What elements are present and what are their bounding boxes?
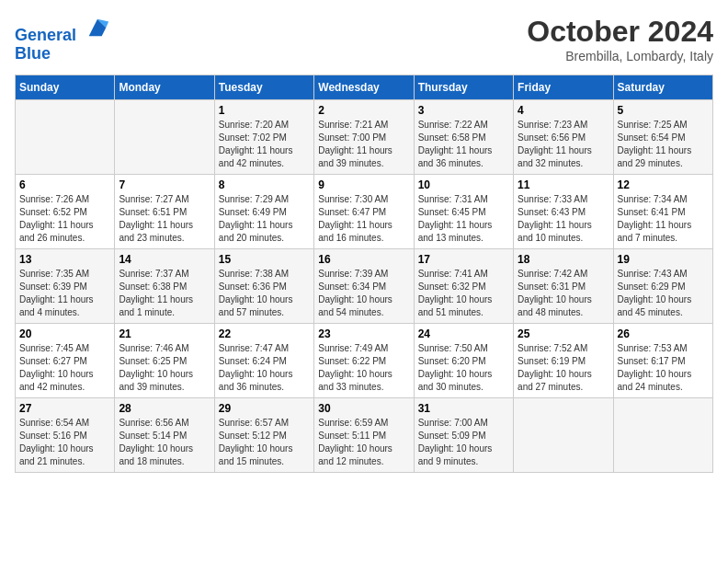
day-number: 3 <box>418 104 509 117</box>
calendar-cell: 29Sunrise: 6:57 AM Sunset: 5:12 PM Dayli… <box>214 398 313 473</box>
day-detail: Sunrise: 7:47 AM Sunset: 6:24 PM Dayligh… <box>219 342 310 394</box>
week-row-2: 6Sunrise: 7:26 AM Sunset: 6:52 PM Daylig… <box>16 175 713 249</box>
day-detail: Sunrise: 7:26 AM Sunset: 6:52 PM Dayligh… <box>19 193 110 245</box>
calendar-cell: 7Sunrise: 7:27 AM Sunset: 6:51 PM Daylig… <box>115 175 214 249</box>
day-number: 15 <box>219 253 310 266</box>
day-number: 16 <box>318 253 409 266</box>
calendar-cell: 14Sunrise: 7:37 AM Sunset: 6:38 PM Dayli… <box>115 249 214 324</box>
calendar-cell: 6Sunrise: 7:26 AM Sunset: 6:52 PM Daylig… <box>16 175 115 249</box>
day-detail: Sunrise: 7:29 AM Sunset: 6:49 PM Dayligh… <box>219 193 310 245</box>
title-block: October 2024 Brembilla, Lombardy, Italy <box>527 15 713 63</box>
day-detail: Sunrise: 6:54 AM Sunset: 5:16 PM Dayligh… <box>19 417 110 468</box>
day-number: 19 <box>618 253 709 266</box>
day-detail: Sunrise: 7:43 AM Sunset: 6:29 PM Dayligh… <box>618 268 709 319</box>
logo-text: General <box>15 15 110 45</box>
day-number: 2 <box>318 104 409 117</box>
day-header-friday: Friday <box>514 75 613 100</box>
day-header-monday: Monday <box>115 75 214 100</box>
day-detail: Sunrise: 7:34 AM Sunset: 6:41 PM Dayligh… <box>618 193 709 245</box>
day-detail: Sunrise: 7:52 AM Sunset: 6:19 PM Dayligh… <box>518 342 609 394</box>
day-number: 22 <box>219 327 310 340</box>
day-detail: Sunrise: 7:50 AM Sunset: 6:20 PM Dayligh… <box>418 342 509 394</box>
day-number: 31 <box>418 402 509 415</box>
calendar-cell: 17Sunrise: 7:41 AM Sunset: 6:32 PM Dayli… <box>414 249 513 324</box>
day-header-sunday: Sunday <box>16 75 115 100</box>
calendar-cell: 20Sunrise: 7:45 AM Sunset: 6:27 PM Dayli… <box>16 324 115 398</box>
day-number: 12 <box>618 178 709 191</box>
page-header: General Blue October 2024 Brembilla, Lom… <box>15 15 713 63</box>
calendar-cell <box>115 100 214 175</box>
day-number: 5 <box>618 104 709 117</box>
calendar-cell <box>16 100 115 175</box>
day-detail: Sunrise: 7:37 AM Sunset: 6:38 PM Dayligh… <box>119 268 210 319</box>
day-number: 4 <box>518 104 609 117</box>
week-row-5: 27Sunrise: 6:54 AM Sunset: 5:16 PM Dayli… <box>16 398 713 473</box>
day-number: 9 <box>318 178 409 191</box>
day-detail: Sunrise: 7:41 AM Sunset: 6:32 PM Dayligh… <box>418 268 509 319</box>
day-detail: Sunrise: 7:30 AM Sunset: 6:47 PM Dayligh… <box>318 193 409 245</box>
day-detail: Sunrise: 7:23 AM Sunset: 6:56 PM Dayligh… <box>518 119 609 170</box>
day-number: 21 <box>119 327 210 340</box>
day-number: 1 <box>219 104 310 117</box>
day-number: 10 <box>418 178 509 191</box>
day-header-thursday: Thursday <box>414 75 513 100</box>
day-detail: Sunrise: 7:53 AM Sunset: 6:17 PM Dayligh… <box>618 342 709 394</box>
calendar-cell: 13Sunrise: 7:35 AM Sunset: 6:39 PM Dayli… <box>16 249 115 324</box>
day-number: 29 <box>219 402 310 415</box>
day-detail: Sunrise: 7:42 AM Sunset: 6:31 PM Dayligh… <box>518 268 609 319</box>
day-number: 7 <box>119 178 210 191</box>
calendar-cell: 1Sunrise: 7:20 AM Sunset: 7:02 PM Daylig… <box>214 100 313 175</box>
calendar-cell: 12Sunrise: 7:34 AM Sunset: 6:41 PM Dayli… <box>613 175 712 249</box>
day-number: 20 <box>19 327 110 340</box>
day-detail: Sunrise: 6:56 AM Sunset: 5:14 PM Dayligh… <box>119 417 210 468</box>
calendar-cell: 21Sunrise: 7:46 AM Sunset: 6:25 PM Dayli… <box>115 324 214 398</box>
day-number: 18 <box>518 253 609 266</box>
calendar-cell: 30Sunrise: 6:59 AM Sunset: 5:11 PM Dayli… <box>314 398 414 473</box>
calendar-cell: 9Sunrise: 7:30 AM Sunset: 6:47 PM Daylig… <box>314 175 414 249</box>
day-detail: Sunrise: 7:39 AM Sunset: 6:34 PM Dayligh… <box>318 268 409 319</box>
logo-text-blue: Blue <box>15 45 110 63</box>
calendar-cell: 3Sunrise: 7:22 AM Sunset: 6:58 PM Daylig… <box>414 100 513 175</box>
calendar-cell: 2Sunrise: 7:21 AM Sunset: 7:00 PM Daylig… <box>314 100 414 175</box>
day-detail: Sunrise: 7:46 AM Sunset: 6:25 PM Dayligh… <box>119 342 210 394</box>
calendar-cell: 19Sunrise: 7:43 AM Sunset: 6:29 PM Dayli… <box>613 249 712 324</box>
calendar-table: SundayMondayTuesdayWednesdayThursdayFrid… <box>15 75 713 473</box>
calendar-cell: 23Sunrise: 7:49 AM Sunset: 6:22 PM Dayli… <box>314 324 414 398</box>
calendar-cell: 18Sunrise: 7:42 AM Sunset: 6:31 PM Dayli… <box>514 249 613 324</box>
calendar-cell: 11Sunrise: 7:33 AM Sunset: 6:43 PM Dayli… <box>514 175 613 249</box>
location: Brembilla, Lombardy, Italy <box>527 49 713 63</box>
day-detail: Sunrise: 7:25 AM Sunset: 6:54 PM Dayligh… <box>618 119 709 170</box>
calendar-cell: 24Sunrise: 7:50 AM Sunset: 6:20 PM Dayli… <box>414 324 513 398</box>
day-number: 30 <box>318 402 409 415</box>
day-detail: Sunrise: 7:33 AM Sunset: 6:43 PM Dayligh… <box>518 193 609 245</box>
days-header-row: SundayMondayTuesdayWednesdayThursdayFrid… <box>16 75 713 100</box>
day-detail: Sunrise: 7:22 AM Sunset: 6:58 PM Dayligh… <box>418 119 509 170</box>
calendar-cell: 28Sunrise: 6:56 AM Sunset: 5:14 PM Dayli… <box>115 398 214 473</box>
day-detail: Sunrise: 7:49 AM Sunset: 6:22 PM Dayligh… <box>318 342 409 394</box>
day-detail: Sunrise: 7:45 AM Sunset: 6:27 PM Dayligh… <box>19 342 110 394</box>
week-row-1: 1Sunrise: 7:20 AM Sunset: 7:02 PM Daylig… <box>16 100 713 175</box>
calendar-cell: 26Sunrise: 7:53 AM Sunset: 6:17 PM Dayli… <box>613 324 712 398</box>
day-number: 26 <box>618 327 709 340</box>
day-detail: Sunrise: 7:38 AM Sunset: 6:36 PM Dayligh… <box>219 268 310 319</box>
calendar-cell <box>613 398 712 473</box>
day-detail: Sunrise: 7:00 AM Sunset: 5:09 PM Dayligh… <box>418 417 509 468</box>
day-detail: Sunrise: 7:27 AM Sunset: 6:51 PM Dayligh… <box>119 193 210 245</box>
day-detail: Sunrise: 7:20 AM Sunset: 7:02 PM Dayligh… <box>219 119 310 170</box>
calendar-cell: 15Sunrise: 7:38 AM Sunset: 6:36 PM Dayli… <box>214 249 313 324</box>
day-header-saturday: Saturday <box>613 75 712 100</box>
day-header-tuesday: Tuesday <box>214 75 313 100</box>
calendar-cell: 22Sunrise: 7:47 AM Sunset: 6:24 PM Dayli… <box>214 324 313 398</box>
day-number: 25 <box>518 327 609 340</box>
calendar-cell: 31Sunrise: 7:00 AM Sunset: 5:09 PM Dayli… <box>414 398 513 473</box>
day-detail: Sunrise: 6:57 AM Sunset: 5:12 PM Dayligh… <box>219 417 310 468</box>
calendar-cell: 4Sunrise: 7:23 AM Sunset: 6:56 PM Daylig… <box>514 100 613 175</box>
week-row-3: 13Sunrise: 7:35 AM Sunset: 6:39 PM Dayli… <box>16 249 713 324</box>
day-number: 23 <box>318 327 409 340</box>
day-detail: Sunrise: 7:21 AM Sunset: 7:00 PM Dayligh… <box>318 119 409 170</box>
day-detail: Sunrise: 6:59 AM Sunset: 5:11 PM Dayligh… <box>318 417 409 468</box>
calendar-cell: 5Sunrise: 7:25 AM Sunset: 6:54 PM Daylig… <box>613 100 712 175</box>
calendar-cell: 25Sunrise: 7:52 AM Sunset: 6:19 PM Dayli… <box>514 324 613 398</box>
day-detail: Sunrise: 7:31 AM Sunset: 6:45 PM Dayligh… <box>418 193 509 245</box>
calendar-cell: 16Sunrise: 7:39 AM Sunset: 6:34 PM Dayli… <box>314 249 414 324</box>
